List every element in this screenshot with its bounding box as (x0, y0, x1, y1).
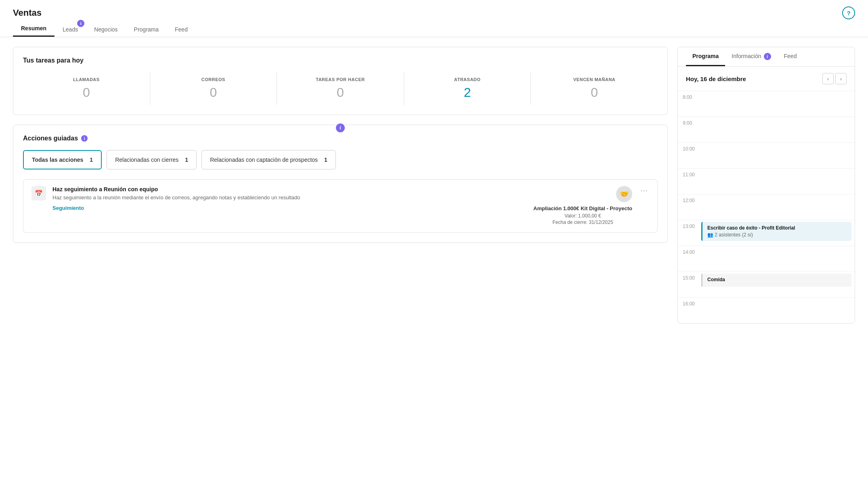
calendar-next-button[interactable]: › (835, 73, 847, 84)
time-row-1400: 14:00 (678, 246, 855, 272)
tasks-card: Tus tareas para hoy LLAMADAS 0 CORREOS 0… (13, 47, 668, 115)
metric-atrasado: ATRASADO 2 (404, 72, 531, 105)
nav-tab-leads[interactable]: Leadsi (55, 22, 86, 37)
time-content-1500: Comida (698, 272, 855, 297)
time-label-900: 9:00 (678, 117, 698, 142)
task-action-link[interactable]: Seguimiento (52, 205, 84, 211)
event-detail: 👥 2 asistentes (2 sí) (707, 232, 847, 238)
left-panel: Tus tareas para hoy LLAMADAS 0 CORREOS 0… (13, 47, 668, 324)
time-content-1300: Escribir caso de éxito - Profit Editoria… (698, 220, 855, 246)
time-label-1000: 10:00 (678, 143, 698, 168)
time-row-1100: 11:00 (678, 168, 855, 194)
guided-actions-info-badge[interactable]: i (81, 135, 88, 142)
time-row-800: 8:00 (678, 91, 855, 117)
guided-actions-card: i Acciones guiadas i Todas las acciones1… (13, 125, 668, 243)
time-label-800: 8:00 (678, 91, 698, 117)
time-content-800 (698, 91, 855, 117)
guided-actions-header: i Acciones guiadas i (23, 135, 658, 142)
right-card: ProgramaInformacióniFeed Hoy, 16 de dici… (677, 47, 855, 324)
main-layout: Tus tareas para hoy LLAMADAS 0 CORREOS 0… (0, 37, 868, 333)
action-filter-label-captacion: Relacionadas con captación de prospectos (210, 157, 318, 163)
task-deal-info: 🤝 Ampliación 1.000€ Kit Digital - Proyec… (533, 186, 632, 226)
tasks-card-title: Tus tareas para hoy (23, 57, 658, 64)
metric-llamadas: LLAMADAS 0 (23, 72, 150, 105)
action-filter-cierres[interactable]: Relacionadas con cierres1 (107, 150, 197, 169)
metric-vencen: VENCEN MAÑANA 0 (531, 72, 658, 105)
time-row-1200: 12:00 (678, 194, 855, 220)
task-calendar-icon: 📅 (31, 186, 46, 201)
time-content-1600 (698, 298, 855, 323)
task-description: Haz seguimiento a la reunión mediante el… (52, 194, 527, 201)
nav-tab-programa[interactable]: Programa (126, 22, 167, 37)
time-grid: 8:009:0010:0011:0012:0013:00Escribir cas… (678, 91, 855, 323)
right-tab-feed[interactable]: Feed (778, 47, 803, 66)
nav-tab-leads-badge: i (77, 20, 84, 27)
task-content: Haz seguimiento a Reunión con equipo Haz… (52, 186, 527, 211)
task-deal-value: Valor: 1.000,00 € (564, 213, 601, 219)
time-label-1100: 11:00 (678, 169, 698, 194)
metric-value-tareas: 0 (280, 85, 400, 100)
event-block[interactable]: Escribir caso de éxito - Profit Editoria… (701, 222, 851, 241)
time-label-1300: 13:00 (678, 220, 698, 246)
calendar-nav-group: ‹ › (822, 73, 847, 84)
task-menu-button[interactable]: ⋯ (639, 186, 649, 195)
time-row-900: 9:00 (678, 117, 855, 142)
right-tab-informacion-badge: i (764, 53, 771, 60)
time-label-1400: 14:00 (678, 246, 698, 272)
metric-label-vencen: VENCEN MAÑANA (534, 77, 654, 82)
action-filter-count-todas: 1 (90, 157, 93, 163)
calendar-date-label: Hoy, 16 de diciembre (686, 75, 746, 82)
time-label-1500: 15:00 (678, 272, 698, 297)
task-deal-icon: 🤝 (616, 186, 632, 202)
time-label-1200: 12:00 (678, 194, 698, 220)
event-title: Escribir caso de éxito - Profit Editoria… (707, 225, 847, 231)
app-header: Ventas ? (0, 0, 868, 19)
nav-tabs: ResumenLeadsiNegociosProgramaFeed (0, 21, 868, 37)
task-deal-date: Fecha de cierre: 31/12/2025 (552, 219, 613, 225)
time-row-1600: 16:00 (678, 297, 855, 323)
metric-value-atrasado: 2 (407, 85, 528, 100)
action-filter-captacion[interactable]: Relacionadas con captación de prospectos… (201, 150, 336, 169)
action-filters: Todas las acciones1Relacionadas con cier… (23, 150, 658, 169)
action-filter-count-cierres: 1 (185, 157, 188, 163)
time-content-1200 (698, 194, 855, 220)
nav-tab-resumen[interactable]: Resumen (13, 21, 55, 37)
task-deal-name: Ampliación 1.000€ Kit Digital - Proyecto (533, 205, 632, 211)
app-title: Ventas (13, 8, 42, 18)
right-tab-programa[interactable]: Programa (686, 47, 725, 66)
action-filter-label-todas: Todas las acciones (32, 157, 83, 163)
time-row-1500: 15:00Comida (678, 272, 855, 297)
calendar-header: Hoy, 16 de diciembre ‹ › (678, 67, 855, 91)
right-tab-informacion[interactable]: Informacióni (725, 47, 777, 66)
nav-tab-feed[interactable]: Feed (167, 22, 196, 37)
action-filter-todas[interactable]: Todas las acciones1 (23, 150, 102, 169)
guided-actions-title: Acciones guiadas (23, 135, 78, 142)
time-content-1000 (698, 143, 855, 168)
action-filter-label-cierres: Relacionadas con cierres (115, 157, 178, 163)
time-content-900 (698, 117, 855, 142)
right-tabs: ProgramaInformacióniFeed (678, 47, 855, 67)
metric-tareas: TAREAS POR HACER 0 (277, 72, 404, 105)
metric-value-correos: 0 (153, 85, 274, 100)
calendar-prev-button[interactable]: ‹ (822, 73, 834, 84)
nav-tab-negocios[interactable]: Negocios (86, 22, 126, 37)
metric-label-tareas: TAREAS POR HACER (280, 77, 400, 82)
metric-value-llamadas: 0 (26, 85, 147, 100)
time-content-1400 (698, 246, 855, 272)
event-title: Comida (707, 277, 847, 282)
help-button[interactable]: ? (842, 6, 855, 19)
time-row-1300: 13:00Escribir caso de éxito - Profit Edi… (678, 220, 855, 246)
metric-label-atrasado: ATRASADO (407, 77, 528, 82)
metric-correos: CORREOS 0 (150, 72, 277, 105)
task-title: Haz seguimiento a Reunión con equipo (52, 186, 527, 192)
time-label-1600: 16:00 (678, 298, 698, 323)
metrics-row: LLAMADAS 0 CORREOS 0 TAREAS POR HACER 0 … (23, 72, 658, 105)
right-panel: ProgramaInformacióniFeed Hoy, 16 de dici… (677, 47, 855, 324)
event-block[interactable]: Comida (701, 274, 851, 287)
guided-actions-info-badge-top: i (336, 123, 345, 132)
action-filter-count-captacion: 1 (324, 157, 327, 163)
metric-label-llamadas: LLAMADAS (26, 77, 147, 82)
task-item: 📅 Haz seguimiento a Reunión con equipo H… (23, 179, 658, 233)
time-row-1000: 10:00 (678, 142, 855, 168)
metric-label-correos: CORREOS (153, 77, 274, 82)
